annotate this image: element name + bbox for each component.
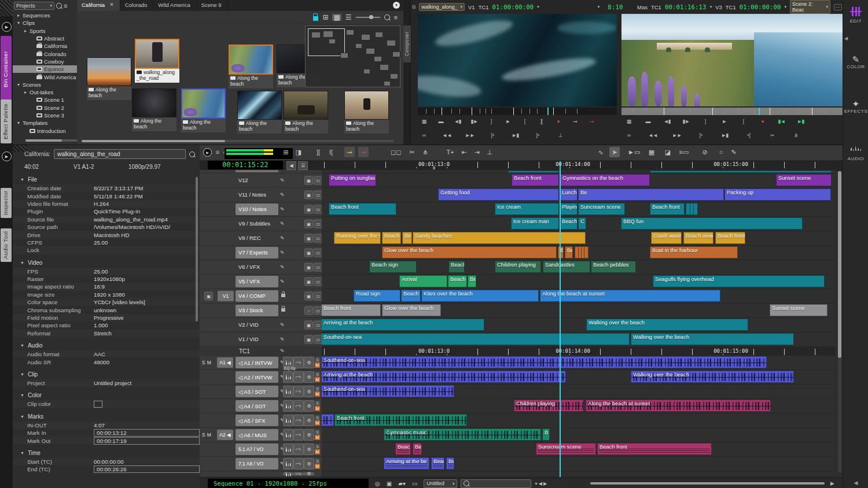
clip-color-view-icon[interactable]: ▰▾ [398,480,406,487]
track-monitor-icon[interactable]: ▭ [314,321,322,330]
transport-record-button[interactable]: +[ [744,131,753,139]
track-lane-V2[interactable]: Arriving at the beachWalking over the be… [322,318,836,332]
record-enable-icon[interactable]: ▣ [304,191,313,199]
monitor-dot-icon[interactable]: ▣ [204,292,213,301]
track-lane-A1[interactable]: Southend-on-sea [322,356,836,370]
focus-icon[interactable]: ◀ [286,161,296,170]
composer-tab[interactable]: Composer [403,25,411,62]
timeline-clip[interactable]: Beac [431,457,444,469]
mode-edit[interactable]: EDIT [843,7,868,24]
timeline-clip[interactable]: Along the beach at sunset [586,400,771,412]
smooth-tool[interactable]: ∿ [595,147,606,157]
transport-source-button[interactable]: ◄▮ [453,117,462,125]
timeline-clip[interactable]: Southend-on-sea [322,356,767,368]
waveform-icon[interactable] [283,415,293,426]
pencil-icon[interactable]: ✎ [280,178,285,183]
transport-source-button[interactable]: ● [554,117,562,125]
section-clip[interactable]: ▼Clip [20,371,200,378]
mute-button[interactable]: M [315,420,320,426]
timeline-clip[interactable]: Be [468,275,476,287]
track-monitor-icon[interactable]: ▭ [314,249,322,257]
tree-collapse-icon[interactable]: ▸ [23,28,28,34]
tree-item-scene-2[interactable]: Scene 2 [13,104,77,112]
track-lane-V9[interactable]: Ice cream manBeachCBBQ fun [322,217,836,231]
timeline-clip[interactable]: Children playing [495,261,541,273]
timeline-clip[interactable]: Gymnastic music [384,428,541,441]
tree-collapse-icon[interactable]: ▸ [23,90,28,95]
bin-tab-scene-9[interactable]: Scene 9 [197,0,228,11]
pencil-icon[interactable]: ✎ [280,206,285,212]
timeline-clip[interactable]: Be [446,457,454,469]
solo-button[interactable]: S [315,357,320,363]
thumbnail-view-icon[interactable]: ▦ [332,14,341,21]
track-header-V3[interactable]: V3 / Stock○▭ [200,304,322,318]
collapse-arrow-icon[interactable]: ▼ [20,178,24,182]
track-lane-V11[interactable]: Getting foodLunchBePacking up [322,188,836,202]
track-header-V5[interactable]: V5 / VFX✎▣▭ [200,275,322,289]
track-name-button[interactable]: V7 / Experts [236,247,278,258]
track-header-V11[interactable]: V11 / Notes✎▣▭ [200,188,322,202]
timeline-clip[interactable]: Getting food [438,188,559,201]
tracks-view-icon[interactable]: ▣ [387,480,392,487]
timeline-clip[interactable]: Beach front [329,203,396,215]
transport-record-button[interactable]: ∞ [624,131,633,139]
track-name-button[interactable]: V9 / Subtitles [236,218,278,230]
section-color[interactable]: ▼Color [20,392,200,398]
transport-record-button[interactable]: ]+ [697,131,705,139]
project-selector[interactable]: Projects▾ [14,2,54,10]
timeline-clip[interactable]: Beach pebbles [591,261,636,273]
timeline-clip[interactable]: Crash wave [651,232,682,244]
track-name-button[interactable]: ◁ A6 / MUS [236,429,278,441]
automation-icon[interactable]: ⌐∿ [293,415,304,426]
tree-item-introduction[interactable]: Introduction [13,127,77,134]
automation-icon[interactable]: ⌐∿ [293,472,304,475]
track-header-V9[interactable]: V9 / Subtitles✎▣▭ [200,217,322,231]
bin-clip-along-the-beach[interactable]: Along the beach [181,88,226,132]
transport-source-button[interactable]: ] [487,117,495,125]
timeline-clip[interactable]: C [578,217,586,230]
tree-item-colorado[interactable]: Colorado [13,50,77,57]
track-monitor-icon[interactable]: ▭ [314,278,322,286]
clip-color-checkbox[interactable] [94,401,102,408]
timeline-clip[interactable]: BBQ fun [621,217,803,230]
source-position-bar[interactable] [418,108,617,115]
track-lane-A2[interactable]: Arriving at the beachWalking over the be… [322,370,836,385]
track-name-button[interactable]: V3 / Stock [236,305,278,316]
transport-record-button[interactable]: ► [720,117,729,125]
target-icon[interactable]: ◎ [375,480,380,487]
track-lane-part2[interactable] [322,471,836,477]
record-enable-icon[interactable]: ▣ [304,292,313,301]
rail-bottom-icon[interactable]: ◀ [843,480,868,486]
mute-button[interactable]: M [315,363,320,368]
record-enable-icon[interactable]: ▣ [304,278,313,286]
track-lane-V8[interactable]: Running over the sBeachBeSandy beachesCr… [322,231,836,246]
annotate-tool[interactable]: ✎ [729,147,739,157]
overwrite[interactable]: ➞ [358,147,369,157]
bin-minimap[interactable] [305,25,400,87]
track-monitor-icon[interactable]: ▭ [314,335,322,344]
collapse-arrow-icon[interactable]: ▼ [20,343,24,347]
timeline-hscrollbar[interactable] [590,482,825,485]
timeline-clip[interactable]: Be [402,232,412,244]
gear-icon[interactable]: ⚙ [304,472,314,475]
timeline-clip[interactable]: B [558,246,564,258]
timeline-clip[interactable]: Boat in the harbour [650,246,738,258]
record-enable-icon[interactable]: ▣ [304,321,313,330]
playhead[interactable] [560,161,561,477]
bin-search-icon[interactable] [384,14,390,20]
track-lane-A6[interactable]: Gymnastic musicB [322,428,836,442]
bin-tab-california[interactable]: California✕ [77,0,120,11]
timeline-search[interactable] [461,479,531,488]
track-lane-A5[interactable]: Beach front [322,413,836,428]
rail-tab-audio-tool[interactable]: Audio Tool [1,228,12,262]
record-enable-icon[interactable]: ▣ [304,335,313,344]
timeline-clip[interactable]: Suncream scene [578,203,625,215]
timeline-clip[interactable]: Running over the s [334,232,381,244]
track-lane-V5[interactable]: ArrivalBeachBeSeagulls flying overhead [322,275,836,289]
timeline-clip[interactable]: Arriving at the beach [322,319,484,331]
more-icon[interactable]: ⋯ [834,4,842,10]
track-header-V1[interactable]: V1 / VID✎▣▭ [200,332,322,347]
transport-record-button[interactable]: ◄◄ [648,131,657,139]
gear-icon[interactable]: ⚙ [304,415,314,426]
section-video[interactable]: ▼Video [20,260,200,266]
